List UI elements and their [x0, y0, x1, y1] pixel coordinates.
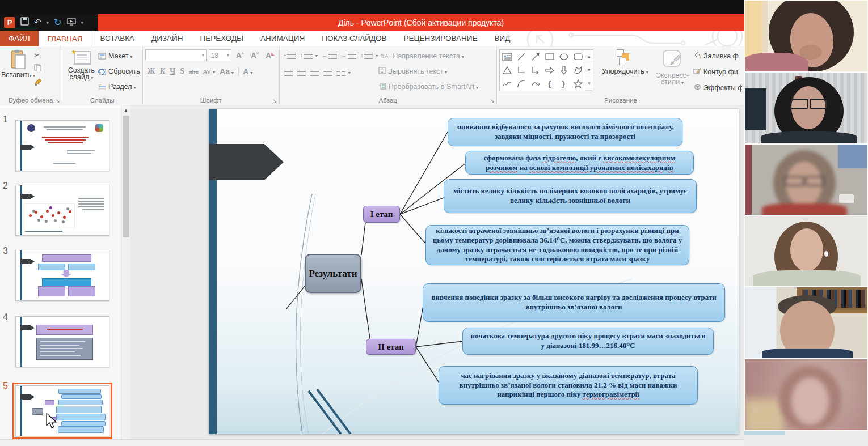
shape-effects-button[interactable]: Эффекты ф — [693, 81, 742, 95]
align-right-icon[interactable] — [310, 70, 319, 76]
arrange-button[interactable]: Упорядочить — [599, 49, 651, 75]
align-text-button[interactable]: Выровнять текст — [378, 65, 479, 78]
shape-triangle-icon[interactable] — [500, 63, 514, 77]
shrink-font-button[interactable]: А˅ — [251, 51, 259, 60]
tab-transitions[interactable]: ПЕРЕХОДЫ — [192, 31, 252, 46]
diagram-box-1[interactable]: зшивання відбувалося за рахунок високого… — [448, 118, 682, 146]
shapes-scroll-down-icon[interactable]: ▼ — [585, 63, 593, 77]
sidebar-scroll-indicator[interactable] — [744, 431, 785, 435]
diagram-stage1-shape[interactable]: І етап — [363, 206, 400, 223]
shape-arrow-icon[interactable] — [528, 50, 542, 63]
align-center-icon[interactable] — [297, 70, 306, 76]
redo-icon[interactable]: ↻ — [54, 18, 61, 27]
thumbnail-slide-2[interactable] — [15, 185, 109, 236]
format-painter-icon[interactable] — [34, 78, 42, 88]
shape-right-arrow-icon[interactable] — [542, 63, 557, 77]
font-color-button[interactable]: А — [243, 67, 252, 76]
tab-review[interactable]: РЕЦЕНЗИРОВАНИЕ — [395, 31, 486, 46]
start-slideshow-icon[interactable] — [67, 18, 76, 28]
participant-video-1[interactable] — [744, 0, 868, 72]
bullets-icon[interactable]: • — [284, 53, 296, 59]
shape-left-brace-icon[interactable]: { — [542, 77, 557, 91]
character-spacing-button[interactable]: AV — [203, 68, 216, 75]
scrollbar-up-icon[interactable]: ▲ — [121, 105, 130, 115]
shape-curve-icon[interactable] — [528, 77, 542, 91]
shape-right-brace-icon[interactable]: } — [557, 77, 571, 91]
cut-icon[interactable]: ✂ — [34, 51, 42, 60]
participant-video-3[interactable] — [744, 144, 868, 215]
shape-outline-button[interactable]: Контур фи — [693, 65, 742, 79]
italic-button[interactable]: К — [160, 67, 166, 76]
underline-button[interactable]: Ч — [170, 67, 175, 76]
shapes-more-icon[interactable]: ⊽ — [585, 77, 593, 91]
tab-animations[interactable]: АНИМАЦИЯ — [252, 31, 313, 46]
shape-rounded-rectangle-icon[interactable] — [571, 50, 585, 63]
copy-icon[interactable] — [34, 63, 42, 74]
grow-font-button[interactable]: А˄ — [236, 51, 244, 60]
shape-scribble-icon[interactable] — [500, 77, 514, 91]
font-size-combobox[interactable]: 18 — [209, 49, 231, 61]
tab-insert[interactable]: ВСТАВКА — [91, 31, 143, 46]
diagram-root-shape[interactable]: Результати — [305, 254, 361, 293]
decrease-indent-icon[interactable]: ← — [322, 53, 337, 59]
tab-file[interactable]: ФАЙЛ — [0, 31, 39, 46]
quick-styles-button[interactable]: Экспресс- стили — [651, 49, 693, 86]
participant-video-5[interactable] — [744, 287, 868, 359]
shape-arc-icon[interactable] — [514, 77, 528, 91]
clear-formatting-button[interactable]: А◣ — [266, 51, 275, 60]
participant-video-6[interactable] — [744, 359, 868, 431]
align-left-icon[interactable] — [284, 70, 293, 76]
strikethrough-button[interactable]: abe — [189, 68, 199, 75]
section-button[interactable]: Раздел — [98, 80, 140, 94]
shape-freeform-icon[interactable] — [571, 63, 585, 77]
shape-oval-icon[interactable] — [557, 50, 571, 63]
text-direction-button[interactable]: ⇅A Направление текста — [378, 49, 479, 63]
diagram-box-2[interactable]: сформована фаза гідрогелю, який є високо… — [465, 151, 694, 175]
tab-view[interactable]: ВИД — [486, 31, 519, 46]
shape-line-icon[interactable] — [514, 50, 528, 63]
shape-down-arrow-icon[interactable] — [557, 63, 571, 77]
undo-icon[interactable]: ↶ — [34, 18, 41, 27]
thumbnail-scrollbar[interactable]: ▲ — [121, 105, 130, 439]
font-name-combobox[interactable] — [145, 49, 207, 61]
line-spacing-icon[interactable]: ↕ — [361, 53, 378, 59]
justify-icon[interactable] — [323, 70, 332, 76]
shape-elbow-icon[interactable] — [514, 63, 528, 77]
tab-slideshow[interactable]: ПОКАЗ СЛАЙДОВ — [313, 31, 395, 46]
bold-button[interactable]: Ж — [148, 67, 155, 76]
participant-video-2[interactable] — [744, 72, 868, 144]
shapes-scroll-up-icon[interactable]: ▲ — [585, 50, 593, 63]
change-case-button[interactable]: Aa — [220, 67, 234, 76]
powerpoint-app-icon[interactable]: P — [4, 17, 15, 28]
tab-design[interactable]: ДИЗАЙН — [143, 31, 191, 46]
thumbnail-slide-1[interactable] — [15, 120, 109, 171]
text-shadow-button[interactable]: S — [180, 67, 184, 76]
numbering-icon[interactable]: 1 — [300, 53, 318, 59]
thumbnail-slide-5-selected[interactable] — [15, 385, 109, 436]
diagram-box-6[interactable]: початкова температура другого піку проце… — [462, 328, 714, 355]
font-dialog-launcher-icon[interactable]: ↘ — [272, 97, 277, 104]
thumbnail-slide-3[interactable] — [15, 250, 109, 301]
participant-video-4[interactable] — [744, 215, 868, 287]
paragraph-dialog-launcher-icon[interactable]: ↘ — [490, 97, 495, 104]
new-slide-button[interactable]: Создать слайд — [65, 49, 98, 94]
reset-button[interactable]: Сбросить — [98, 65, 140, 78]
scrollbar-thumb[interactable] — [123, 116, 129, 237]
diagram-box-5[interactable]: вивчення поведінки зразку за більш висок… — [423, 283, 725, 322]
tab-home[interactable]: ГЛАВНАЯ — [39, 31, 92, 46]
shape-fill-button[interactable]: Заливка ф — [693, 49, 742, 63]
thumbnail-slide-4[interactable] — [15, 316, 109, 367]
undo-dropdown-icon[interactable]: ▾ — [47, 20, 49, 26]
layout-button[interactable]: Макет — [98, 49, 140, 63]
diagram-box-7[interactable]: час нагрівання зразку у вказаному діапаз… — [439, 366, 698, 405]
clipboard-dialog-launcher-icon[interactable]: ↘ — [55, 97, 60, 104]
shape-star-icon[interactable] — [571, 77, 585, 91]
shape-textbox-icon[interactable]: A — [500, 50, 514, 63]
diagram-stage2-shape[interactable]: ІІ етап — [366, 339, 416, 355]
diagram-box-4[interactable]: кількості втраченої зовнішньо зв’язаної … — [425, 225, 689, 265]
paste-button[interactable]: Вставить — [2, 49, 34, 88]
shape-elbow-arrow-icon[interactable] — [528, 63, 542, 77]
shape-rectangle-icon[interactable] — [542, 50, 557, 63]
convert-to-smartart-button[interactable]: Преобразовать в SmartArt — [378, 80, 479, 94]
increase-indent-icon[interactable]: → — [342, 53, 356, 59]
